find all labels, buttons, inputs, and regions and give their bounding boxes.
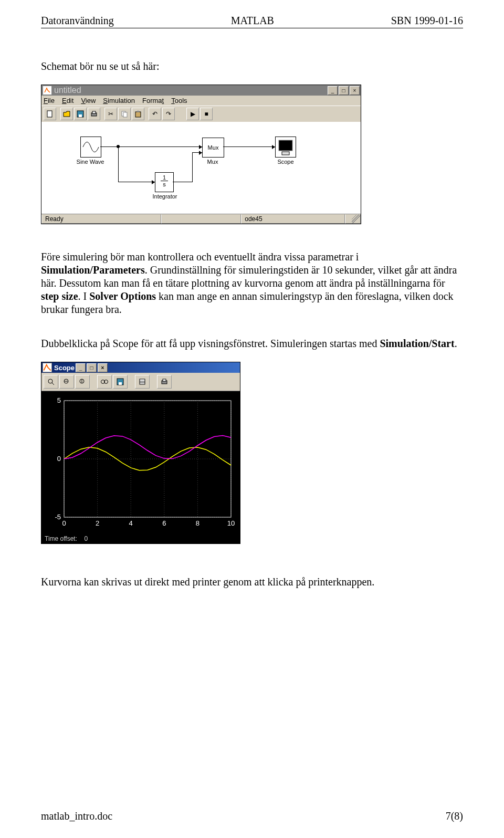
- matlab-icon: [43, 86, 52, 95]
- menu-view[interactable]: View: [81, 97, 96, 104]
- window-title: untitled: [54, 86, 81, 95]
- svg-line-13: [52, 383, 54, 385]
- svg-rect-11: [282, 152, 289, 155]
- paragraph-2: Före simulering bör man kontrollera och …: [41, 250, 463, 316]
- svg-rect-21: [119, 382, 122, 385]
- zoom-y-button[interactable]: [75, 375, 90, 389]
- save-button[interactable]: [74, 108, 87, 120]
- simulink-window: untitled _ □ × FFileile Edit View Simula…: [41, 85, 361, 224]
- time-offset-value: 0: [84, 535, 88, 542]
- svg-rect-22: [140, 379, 145, 384]
- svg-rect-6: [123, 112, 127, 117]
- svg-rect-2: [79, 114, 82, 117]
- svg-text:0: 0: [62, 519, 66, 527]
- minimize-button[interactable]: _: [328, 86, 338, 95]
- titlebar: untitled _ □ ×: [41, 85, 361, 96]
- svg-rect-0: [47, 111, 52, 117]
- block-sine-wave[interactable]: [80, 137, 101, 158]
- scope-minimize-button[interactable]: _: [76, 363, 86, 372]
- scope-status: Time offset: 0: [41, 534, 240, 543]
- scope-app-icon: [43, 363, 52, 372]
- paragraph-3: Dubbelklicka på Scope för att få upp vis…: [41, 337, 463, 350]
- scope-titlebar: Scope _ □ ×: [41, 362, 240, 373]
- scope-close-button[interactable]: ×: [98, 363, 108, 372]
- block-mux-label: Mux: [204, 159, 221, 165]
- scope-maximize-button[interactable]: □: [87, 363, 97, 372]
- footer-left: matlab_intro.doc: [41, 810, 112, 822]
- scope-print-button[interactable]: [157, 375, 172, 389]
- svg-text:-5: -5: [55, 513, 61, 521]
- menu-file[interactable]: FFileile: [44, 97, 55, 104]
- model-canvas[interactable]: Sine Wave 1 s Integrator Mux Mux Scope: [41, 122, 361, 214]
- zoom-in-button[interactable]: [44, 375, 58, 389]
- svg-text:8: 8: [196, 519, 200, 527]
- zoom-x-button[interactable]: [59, 375, 74, 389]
- header-right: SBN 1999-01-16: [391, 15, 463, 27]
- status-solver: ode45: [241, 214, 345, 224]
- svg-text:4: 4: [129, 519, 133, 527]
- menu-tools[interactable]: Tools: [171, 97, 187, 104]
- svg-rect-26: [163, 379, 166, 381]
- block-integrator[interactable]: 1 s: [155, 172, 174, 192]
- svg-rect-27: [64, 401, 231, 517]
- svg-rect-8: [137, 111, 139, 112]
- svg-text:2: 2: [96, 519, 99, 527]
- svg-text:0: 0: [57, 455, 61, 463]
- footer-right: 7(8): [446, 810, 463, 822]
- page-header: Datoranvändning MATLAB SBN 1999-01-16: [41, 15, 463, 28]
- paragraph-4: Kurvorna kan skrivas ut direkt med print…: [41, 575, 463, 589]
- cut-button[interactable]: ✂: [104, 108, 117, 120]
- open-button[interactable]: [60, 108, 73, 120]
- stop-button[interactable]: ■: [200, 108, 213, 120]
- svg-text:5: 5: [57, 396, 61, 404]
- status-progress: [161, 214, 241, 224]
- status-ready: Ready: [41, 214, 161, 224]
- statusbar: Ready ode45: [41, 214, 361, 224]
- copy-button[interactable]: [118, 108, 131, 120]
- menubar: FFileile Edit View Simulation Format Too…: [41, 96, 361, 106]
- play-button[interactable]: ▶: [186, 108, 199, 120]
- menu-format[interactable]: Format: [142, 97, 164, 104]
- properties-button[interactable]: [135, 375, 150, 389]
- svg-rect-4: [92, 111, 96, 113]
- block-integrator-label: Integrator: [146, 193, 183, 200]
- undo-button[interactable]: ↶: [149, 108, 161, 120]
- block-sine-wave-label: Sine Wave: [72, 159, 109, 165]
- maximize-button[interactable]: □: [339, 86, 349, 95]
- autoscale-button[interactable]: [97, 375, 112, 389]
- new-button[interactable]: [44, 108, 56, 120]
- plot-area: 0246810-505: [45, 395, 237, 532]
- svg-text:6: 6: [162, 519, 166, 527]
- svg-point-12: [48, 379, 52, 383]
- scope-plot: 0246810-505: [41, 391, 240, 534]
- scope-title: Scope: [54, 364, 75, 372]
- block-scope-label: Scope: [272, 159, 299, 165]
- menu-edit[interactable]: Edit: [62, 97, 74, 104]
- header-center: MATLAB: [231, 15, 274, 27]
- block-mux[interactable]: Mux: [202, 138, 224, 158]
- block-scope[interactable]: [275, 137, 296, 158]
- svg-text:10: 10: [227, 519, 235, 527]
- header-left: Datoranvändning: [41, 15, 114, 27]
- print-button[interactable]: [88, 108, 100, 120]
- save-axes-button[interactable]: [113, 375, 128, 389]
- redo-button[interactable]: ↷: [162, 108, 175, 120]
- resize-grip[interactable]: [345, 214, 361, 224]
- toolbar: ✂ ↶ ↷ ▶ ■: [41, 106, 361, 122]
- paste-button[interactable]: [132, 108, 144, 120]
- scope-window: Scope _ □ × 0246810-505 Time offset:: [41, 362, 240, 544]
- scope-toolbar: [41, 373, 240, 391]
- svg-rect-7: [135, 112, 141, 117]
- svg-rect-9: [279, 140, 292, 151]
- menu-simulation[interactable]: Simulation: [103, 97, 135, 104]
- close-button[interactable]: ×: [350, 86, 360, 95]
- paragraph-1: Schemat bör nu se ut så här:: [41, 60, 463, 73]
- page-footer: matlab_intro.doc 7(8): [41, 810, 463, 822]
- time-offset-label: Time offset:: [45, 535, 77, 542]
